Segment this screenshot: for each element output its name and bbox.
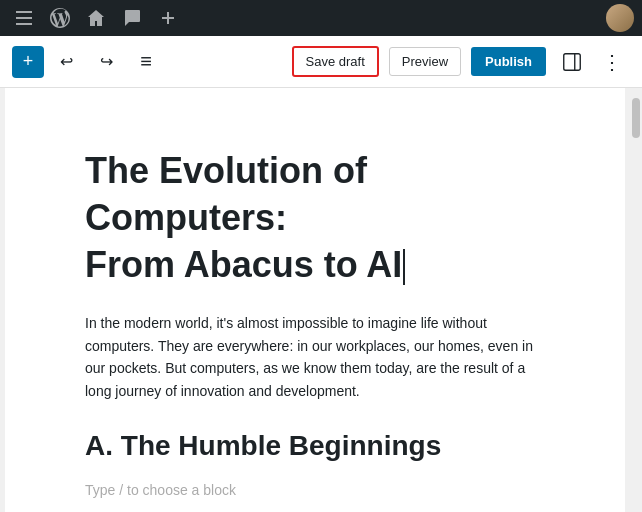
post-paragraph[interactable]: In the modern world, it's almost impossi… — [85, 312, 545, 402]
user-avatar[interactable] — [606, 4, 634, 32]
section-heading[interactable]: A. The Humble Beginnings — [85, 430, 545, 462]
comments-icon[interactable] — [116, 2, 148, 34]
hamburger-icon — [16, 11, 32, 25]
post-title[interactable]: The Evolution of Computers: From Abacus … — [85, 148, 545, 288]
editor-content-area: The Evolution of Computers: From Abacus … — [5, 88, 625, 512]
avatar-image — [606, 4, 634, 32]
post-title-line2: From Abacus to AI — [85, 244, 405, 285]
undo-button[interactable]: ↩ — [48, 44, 84, 80]
redo-button[interactable]: ↪ — [88, 44, 124, 80]
hamburger-menu-icon[interactable] — [8, 2, 40, 34]
block-placeholder[interactable]: Type / to choose a block — [85, 478, 545, 502]
tools-button[interactable]: ≡ — [128, 44, 164, 80]
save-draft-button[interactable]: Save draft — [292, 46, 379, 77]
editor-container: The Evolution of Computers: From Abacus … — [0, 88, 642, 512]
scrollbar[interactable] — [630, 88, 642, 512]
preview-button[interactable]: Preview — [389, 47, 461, 76]
post-title-line1: The Evolution of Computers: — [85, 150, 367, 238]
home-icon[interactable] — [80, 2, 112, 34]
wordpress-icon[interactable] — [44, 2, 76, 34]
add-block-button[interactable]: + — [12, 46, 44, 78]
scrollbar-thumb[interactable] — [632, 98, 640, 138]
editor-toolbar: + ↩ ↪ ≡ Save draft Preview Publish ⋮ — [0, 36, 642, 88]
publish-button[interactable]: Publish — [471, 47, 546, 76]
admin-bar — [0, 0, 642, 36]
add-new-icon[interactable] — [152, 2, 184, 34]
svg-rect-0 — [564, 53, 581, 70]
more-options-button[interactable]: ⋮ — [594, 44, 630, 80]
settings-sidebar-button[interactable] — [554, 44, 590, 80]
text-cursor — [403, 249, 405, 285]
